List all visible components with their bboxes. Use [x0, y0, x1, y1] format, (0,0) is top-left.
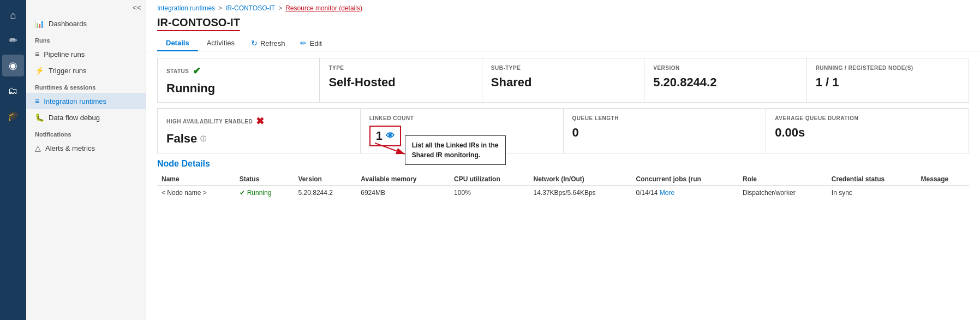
card-ha-value: False ⓘ — [166, 132, 351, 146]
cell-role: Dispatcher/worker — [738, 186, 827, 200]
card-high-availability: HIGH AVAILABILITY ENABLED ✖ False ⓘ — [158, 109, 361, 153]
card-linked-count: LINKED COUNT 1 👁 — [361, 109, 564, 153]
integration-runtimes-icon: ≡ — [35, 97, 39, 105]
card-status-label: STATUS ✔ — [166, 65, 310, 77]
cell-name: < Node name > — [157, 186, 235, 200]
card-type: TYPE Self-Hosted — [320, 58, 482, 102]
running-check-icon: ✔ — [240, 189, 245, 197]
ha-info-icon[interactable]: ⓘ — [200, 135, 206, 143]
card-subtype: SUB-TYPE Shared — [482, 58, 644, 102]
tooltip-box: List all the Linked IRs in the Shared IR… — [405, 135, 506, 165]
status-green-icon: ✔ — [193, 65, 201, 77]
breadcrumb-current: Resource monitor (details) — [285, 4, 362, 12]
graduation-icon[interactable]: 🎓 — [2, 105, 24, 127]
cell-memory: 6924MB — [356, 186, 450, 200]
home-icon[interactable]: ⌂ — [2, 4, 24, 26]
dashboard-icon: 📊 — [35, 19, 44, 28]
more-link[interactable]: More — [660, 189, 674, 197]
nav-section-runtimes: Runtimes & sessions — [26, 79, 146, 93]
card-running-registered-label: RUNNING / REGISTERED NODE(S) — [816, 65, 960, 71]
svg-line-1 — [375, 143, 405, 154]
edit-icon: ✏ — [300, 39, 307, 48]
breadcrumb-sep-2: > — [278, 4, 282, 12]
sidebar-item-alerts-metrics[interactable]: △ Alerts & metrics — [26, 140, 146, 156]
sidebar-item-integration-runtimes[interactable]: ≡ Integration runtimes — [26, 93, 146, 109]
nav-panel: << 📊 Dashboards Runs ≡ Pipeline runs ⚡ T… — [26, 0, 146, 320]
breadcrumb-integration-runtimes[interactable]: Integration runtimes — [157, 4, 215, 12]
linked-count-container: 1 👁 List — [369, 126, 401, 146]
node-details-section: Node Details Name Status Version Availab… — [157, 159, 969, 200]
running-badge: ✔ Running — [240, 189, 290, 197]
card-queue-length-value: 0 — [572, 126, 757, 140]
card-status-value: Running — [166, 81, 310, 96]
cards-row-1: STATUS ✔ Running TYPE Self-Hosted SUB-TY… — [157, 58, 969, 103]
card-avg-queue-label: AVERAGE QUEUE DURATION — [775, 115, 960, 121]
cell-credential: In sync — [827, 186, 917, 200]
monitor-icon[interactable]: ◉ — [2, 55, 24, 76]
card-linked-count-label: LINKED COUNT — [369, 115, 554, 121]
card-avg-queue-value: 0.00s — [775, 126, 960, 140]
page-title-row: IR-CONTOSO-IT — [146, 14, 980, 31]
sidebar-item-dashboards[interactable]: 📊 Dashboards — [26, 15, 146, 32]
table-row: < Node name > ✔ Running 5.20.8244.2 6924… — [157, 186, 969, 200]
col-header-message: Message — [917, 173, 969, 186]
ha-red-icon: ✖ — [256, 115, 265, 127]
col-header-concurrent: Concurrent jobs (run — [631, 173, 738, 186]
sidebar-item-trigger-runs[interactable]: ⚡ Trigger runs — [26, 62, 146, 79]
trigger-runs-icon: ⚡ — [35, 66, 44, 75]
card-avg-queue-duration: AVERAGE QUEUE DURATION 0.00s — [766, 109, 969, 153]
cell-status: ✔ Running — [235, 186, 294, 200]
tab-activities[interactable]: Activities — [198, 35, 243, 51]
card-queue-length-label: QUEUE LENGTH — [572, 115, 757, 121]
card-version-value: 5.20.8244.2 — [653, 75, 797, 90]
card-subtype-value: Shared — [491, 75, 635, 90]
breadcrumb-ir-contoso[interactable]: IR-CONTOSO-IT — [225, 4, 275, 12]
card-subtype-label: SUB-TYPE — [491, 65, 635, 71]
col-header-role: Role — [738, 173, 827, 186]
alerts-icon: △ — [35, 144, 41, 152]
cell-version: 5.20.8244.2 — [294, 186, 357, 200]
card-running-registered: RUNNING / REGISTERED NODE(S) 1 / 1 — [807, 58, 969, 102]
tab-details[interactable]: Details — [157, 35, 198, 51]
nav-section-runs: Runs — [26, 32, 146, 46]
col-header-memory: Available memory — [356, 173, 450, 186]
nav-collapse-button[interactable]: << — [133, 3, 141, 12]
edit-button[interactable]: ✏ Edit — [292, 35, 329, 51]
nav-section-notifications: Notifications — [26, 126, 146, 140]
sidebar-icon-panel: ⌂ ✏ ◉ 🗂 🎓 — [0, 0, 26, 320]
col-header-network: Network (In/Out) — [529, 173, 632, 186]
card-version: VERSION 5.20.8244.2 — [644, 58, 806, 102]
refresh-button[interactable]: ↻ Refresh — [243, 35, 293, 51]
card-queue-length: QUEUE LENGTH 0 — [564, 109, 767, 153]
cell-message — [917, 186, 969, 200]
cell-network: 14.37KBps/5.64KBps — [529, 186, 632, 200]
col-header-status: Status — [235, 173, 294, 186]
col-header-credential: Credential status — [827, 173, 917, 186]
page-title: IR-CONTOSO-IT — [157, 16, 240, 31]
col-header-name: Name — [157, 173, 235, 186]
card-status: STATUS ✔ Running — [158, 58, 320, 102]
col-header-version: Version — [294, 173, 357, 186]
card-type-value: Self-Hosted — [328, 75, 473, 90]
card-running-registered-value: 1 / 1 — [816, 75, 960, 90]
refresh-icon: ↻ — [251, 39, 258, 48]
cards-row-2: HIGH AVAILABILITY ENABLED ✖ False ⓘ LINK… — [157, 108, 969, 153]
breadcrumb: Integration runtimes > IR-CONTOSO-IT > R… — [146, 0, 980, 14]
briefcase-icon[interactable]: 🗂 — [2, 80, 24, 102]
card-linked-count-value: 1 👁 List — [369, 126, 554, 146]
node-table: Name Status Version Available memory CPU… — [157, 173, 969, 200]
col-header-cpu: CPU utilization — [450, 173, 529, 186]
sidebar-item-data-flow-debug[interactable]: 🐛 Data flow debug — [26, 109, 146, 126]
node-details-title: Node Details — [157, 159, 969, 173]
tabs-row: Details Activities ↻ Refresh ✏ Edit — [146, 31, 980, 51]
main-content: Integration runtimes > IR-CONTOSO-IT > R… — [146, 0, 980, 320]
sidebar-item-pipeline-runs[interactable]: ≡ Pipeline runs — [26, 46, 146, 62]
pencil-icon[interactable]: ✏ — [2, 29, 24, 51]
data-flow-debug-icon: 🐛 — [35, 113, 44, 122]
cards-area: STATUS ✔ Running TYPE Self-Hosted SUB-TY… — [146, 51, 980, 320]
card-version-label: VERSION — [653, 65, 797, 71]
breadcrumb-sep-1: > — [218, 4, 222, 12]
card-ha-label: HIGH AVAILABILITY ENABLED ✖ — [166, 115, 351, 127]
pipeline-runs-icon: ≡ — [35, 50, 39, 58]
cell-concurrent: 0/14/14 More — [631, 186, 738, 200]
